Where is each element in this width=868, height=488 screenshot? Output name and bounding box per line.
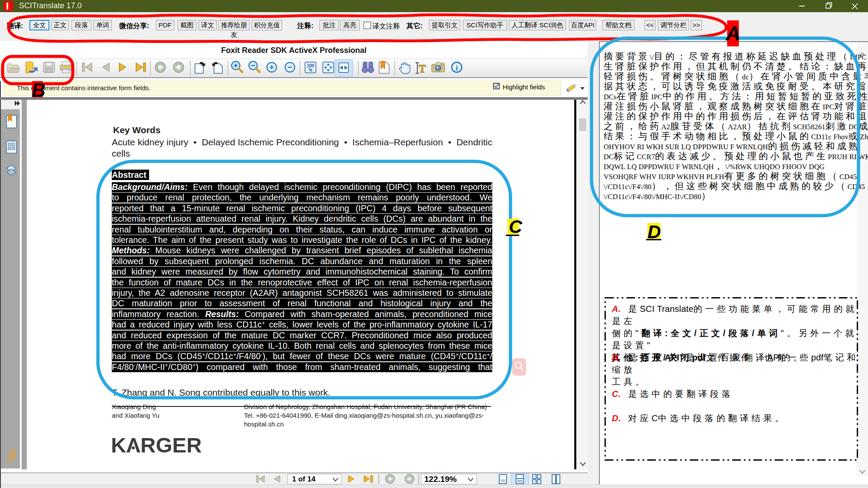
svg-text:100: 100	[307, 63, 314, 68]
svg-text:i: i	[456, 64, 458, 72]
svg-text:%: %	[309, 68, 312, 72]
svg-text:1 of 14: 1 of 14	[292, 475, 315, 483]
svg-text:T: T	[419, 63, 426, 75]
svg-text:122.19%: 122.19%	[424, 475, 457, 484]
